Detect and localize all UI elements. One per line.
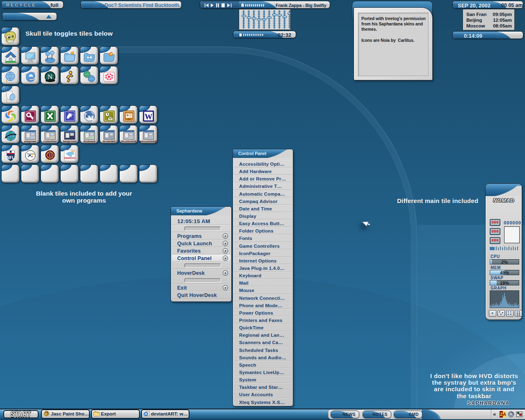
svg-text:M: M <box>88 114 94 121</box>
svg-text:Z: Z <box>500 412 503 417</box>
svg-text:NFL: NFL <box>7 155 14 160</box>
svg-text:N: N <box>48 73 52 81</box>
svg-text:A: A <box>503 412 506 417</box>
svg-text:W: W <box>145 112 153 121</box>
svg-text:YAHOO!: YAHOO! <box>64 157 75 160</box>
